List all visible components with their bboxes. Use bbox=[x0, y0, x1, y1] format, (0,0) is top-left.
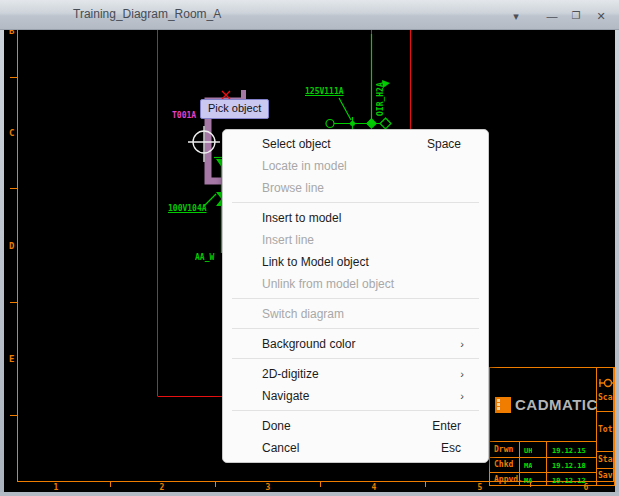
side-label-status: Status bbox=[598, 455, 615, 464]
pick-object-tooltip: Pick object bbox=[200, 99, 269, 119]
menu-separator bbox=[232, 328, 479, 329]
menu-item-2d-digitize[interactable]: 2D-digitize › bbox=[223, 363, 488, 385]
row-value-drwn: UH bbox=[524, 447, 532, 455]
row-value-appvd: MA bbox=[524, 477, 532, 485]
side-label-save: Save bbox=[598, 471, 615, 480]
window-border-bottom bbox=[0, 492, 619, 496]
menu-separator bbox=[232, 358, 479, 359]
crosshair-cursor bbox=[188, 126, 220, 162]
menu-item-done[interactable]: Done Enter bbox=[223, 415, 488, 437]
window-title: Training_Diagram_Room_A bbox=[73, 7, 221, 21]
title-block: CADMATIC Drwn UH 19.12.15 Chkd MA 19.12.… bbox=[489, 367, 615, 486]
submenu-arrow-icon: › bbox=[460, 363, 464, 385]
menu-item-browse-line: Browse line bbox=[223, 177, 488, 199]
connector-icon bbox=[599, 376, 615, 390]
ruler-letter-e: E bbox=[9, 354, 14, 364]
diagram-canvas[interactable]: T001A 125V111A 100V104A AA_W OIR_H2A B C… bbox=[4, 30, 615, 492]
close-button[interactable]: ✕ bbox=[591, 8, 611, 24]
shortcut-esc: Esc bbox=[441, 437, 461, 459]
menu-separator bbox=[232, 202, 479, 203]
row-date-appvd: 19.12.12 bbox=[552, 477, 586, 485]
row-label-drwn: Drwn bbox=[494, 445, 513, 454]
side-label-total: Total bbox=[598, 425, 615, 434]
maximize-button[interactable]: ❐ bbox=[566, 8, 586, 24]
window-border-right bbox=[615, 30, 619, 496]
ruler-letter-c: C bbox=[9, 128, 14, 138]
menu-item-unlink-from-model-object: Unlink from model object bbox=[223, 273, 488, 295]
menu-item-cancel[interactable]: Cancel Esc bbox=[223, 437, 488, 459]
context-menu: Select object Space Locate in model Brow… bbox=[222, 129, 489, 463]
row-label-chkd: Chkd bbox=[494, 460, 513, 469]
ruler-number-1: 1 bbox=[50, 483, 62, 492]
submenu-arrow-icon: › bbox=[460, 385, 464, 407]
row-date-drwn: 19.12.15 bbox=[552, 447, 586, 455]
menu-separator bbox=[232, 298, 479, 299]
ruler-number-4: 4 bbox=[368, 483, 380, 492]
menu-item-switch-diagram: Switch diagram bbox=[223, 303, 488, 325]
menu-item-insert-line: Insert line bbox=[223, 229, 488, 251]
window-menu-arrow-icon[interactable]: ▾ bbox=[506, 8, 526, 24]
menu-item-background-color[interactable]: Background color › bbox=[223, 333, 488, 355]
menu-item-navigate[interactable]: Navigate › bbox=[223, 385, 488, 407]
shortcut-space: Space bbox=[427, 133, 461, 155]
cadmatic-logo-icon bbox=[495, 397, 511, 413]
app-window: Training_Diagram_Room_A ▾ — ❐ ✕ bbox=[0, 0, 619, 496]
row-value-chkd: MA bbox=[524, 462, 532, 470]
row-date-chkd: 19.12.18 bbox=[552, 462, 586, 470]
pipe-vertical-label: OIR_H2A bbox=[376, 74, 385, 116]
menu-item-link-to-model-object[interactable]: Link to Model object bbox=[223, 251, 488, 273]
row-label-appvd: Appvd. bbox=[494, 475, 523, 484]
side-label-scale: Scale bbox=[598, 393, 615, 402]
submenu-arrow-icon: › bbox=[460, 333, 464, 355]
minimize-button[interactable]: — bbox=[542, 8, 562, 24]
ruler-number-5: 5 bbox=[474, 483, 486, 492]
ruler-letter-b: B bbox=[9, 30, 14, 36]
ruler-number-2: 2 bbox=[156, 483, 168, 492]
menu-item-locate-in-model: Locate in model bbox=[223, 155, 488, 177]
system-left-label: AA_W bbox=[195, 253, 214, 262]
menu-separator bbox=[232, 410, 479, 411]
shortcut-enter: Enter bbox=[432, 415, 461, 437]
menu-item-insert-to-model[interactable]: Insert to model bbox=[223, 207, 488, 229]
titlebar: Training_Diagram_Room_A ▾ — ❐ ✕ bbox=[0, 0, 619, 30]
brand-name: CADMATIC bbox=[515, 396, 598, 413]
ruler-letter-d: D bbox=[9, 241, 14, 251]
menu-item-select-object[interactable]: Select object Space bbox=[223, 133, 488, 155]
tank-tag-label: T001A bbox=[172, 111, 196, 120]
valve-top-label: 125V111A bbox=[305, 87, 344, 96]
ruler-number-3: 3 bbox=[262, 483, 274, 492]
valve-left-label: 100V104A bbox=[168, 204, 207, 213]
